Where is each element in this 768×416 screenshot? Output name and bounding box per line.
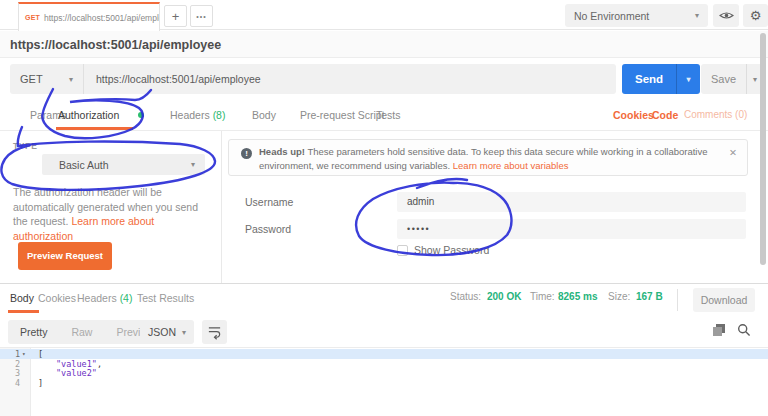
search-response-button[interactable] — [737, 323, 751, 337]
auth-description: The authorization header will be automat… — [13, 185, 213, 243]
status-label: Status: — [450, 291, 481, 302]
url-input[interactable]: https://localhost:5001/api/employee — [84, 64, 616, 94]
chevron-down-icon: ▾ — [191, 160, 195, 169]
response-tab-headers[interactable]: Headers (4) — [77, 284, 132, 313]
code-link[interactable]: Code — [652, 99, 678, 131]
tab-headers[interactable]: Headers (8) — [170, 99, 225, 131]
chevron-down-icon: ▾ — [687, 75, 691, 84]
view-pretty-button[interactable]: Pretty — [8, 320, 59, 344]
code-line: 1 ▾ [ — [0, 349, 768, 359]
auth-panel-divider — [221, 131, 222, 283]
search-icon — [737, 323, 751, 337]
banner-text: Heads up! These parameters hold sensitiv… — [259, 145, 719, 172]
request-tab[interactable]: GET https://localhost:5001/api/emplc — [18, 2, 160, 31]
top-bar: GET https://localhost:5001/api/emplc + •… — [0, 0, 768, 30]
time-value: 8265 ms — [558, 291, 597, 302]
size-label: Size: — [608, 291, 630, 302]
cookies-link[interactable]: Cookies — [613, 99, 654, 131]
auth-type-value: Basic Auth — [59, 159, 109, 171]
show-password-checkbox[interactable] — [397, 245, 408, 256]
vertical-scrollbar[interactable] — [760, 33, 766, 265]
username-label: Username — [245, 196, 293, 208]
response-tab-cookies[interactable]: Cookies — [38, 284, 76, 313]
tab-method-label: GET — [25, 14, 40, 21]
headers-count-badge: (8) — [213, 109, 226, 121]
close-icon[interactable]: ✕ — [729, 147, 737, 158]
save-button[interactable]: Save — [701, 64, 746, 94]
response-tab-test-results[interactable]: Test Results — [137, 284, 194, 313]
response-tab-body[interactable]: Body — [10, 284, 34, 313]
status-value: 200 OK — [487, 291, 521, 302]
fold-caret-icon[interactable]: ▾ — [22, 349, 26, 359]
chevron-down-icon: ▾ — [695, 11, 699, 20]
meta-divider — [677, 289, 678, 311]
chevron-down-icon: ▾ — [753, 75, 757, 84]
auth-type-label: TYPE — [13, 141, 38, 151]
method-selector[interactable]: GET ▾ — [10, 64, 84, 94]
code-line: 3 "value2" — [0, 368, 768, 378]
wrap-text-button[interactable] — [202, 320, 227, 344]
environment-selector[interactable]: No Environment ▾ — [565, 4, 708, 27]
postman-window: GET https://localhost:5001/api/emplc + •… — [0, 0, 768, 416]
request-tabs: Params Authorization Headers (8) Body Pr… — [0, 99, 768, 131]
copy-response-button[interactable] — [712, 323, 726, 337]
tab-url-label: https://localhost:5001/api/emplc — [44, 13, 160, 23]
preview-request-button[interactable]: Preview Request — [18, 242, 112, 270]
auth-configured-dot-icon — [138, 112, 144, 118]
tab-body[interactable]: Body — [252, 99, 276, 131]
request-title: https://localhost:5001/api/employee — [10, 38, 221, 52]
send-button-group: Send ▾ — [622, 64, 700, 94]
eye-icon — [719, 10, 734, 21]
chevron-down-icon: ▾ — [182, 328, 186, 337]
gear-icon: ⚙ — [750, 8, 762, 23]
tab-tests[interactable]: Tests — [376, 99, 401, 131]
toolbar-divider — [0, 347, 768, 348]
request-title-row: https://localhost:5001/api/employee — [0, 31, 768, 58]
password-field[interactable]: ••••• — [397, 219, 746, 239]
comments-link[interactable]: Comments (0) — [684, 99, 747, 131]
new-tab-button[interactable]: + — [164, 5, 187, 27]
learn-more-variables-link[interactable]: Learn more about variables — [453, 160, 569, 171]
auth-type-selector[interactable]: Basic Auth ▾ — [42, 154, 205, 175]
chevron-down-icon: ▾ — [69, 75, 73, 84]
environment-quicklook-button[interactable] — [713, 4, 739, 27]
response-headers-count-badge: (4) — [120, 292, 133, 304]
code-line: 4 ] — [0, 378, 768, 388]
url-bar: GET ▾ https://localhost:5001/api/employe… — [10, 64, 616, 94]
environment-selected-label: No Environment — [574, 10, 649, 22]
download-button[interactable]: Download — [693, 288, 755, 312]
active-tab-underline — [56, 127, 133, 130]
view-raw-button[interactable]: Raw — [59, 320, 104, 344]
settings-button[interactable]: ⚙ — [743, 4, 768, 27]
username-field[interactable]: admin — [397, 192, 746, 212]
method-label: GET — [20, 73, 43, 85]
copy-icon — [712, 323, 726, 337]
format-value: JSON — [148, 326, 176, 338]
tab-options-button[interactable]: ••• — [190, 5, 213, 27]
send-options-button[interactable]: ▾ — [676, 64, 700, 94]
tab-prerequest-script[interactable]: Pre-request Script — [300, 99, 385, 131]
save-button-group: Save ▾ — [701, 64, 763, 94]
sensitive-data-banner: ! Heads up! These parameters hold sensit… — [228, 139, 748, 176]
wrap-text-icon — [207, 324, 222, 340]
exclamation-icon: ! — [241, 148, 252, 159]
active-response-tab-underline — [8, 310, 39, 313]
format-selector[interactable]: JSON ▾ — [140, 320, 194, 344]
show-password-label[interactable]: Show Password — [414, 244, 489, 256]
send-button[interactable]: Send — [622, 64, 676, 94]
size-value: 167 B — [636, 291, 663, 302]
time-label: Time: — [530, 291, 555, 302]
password-label: Password — [245, 223, 291, 235]
